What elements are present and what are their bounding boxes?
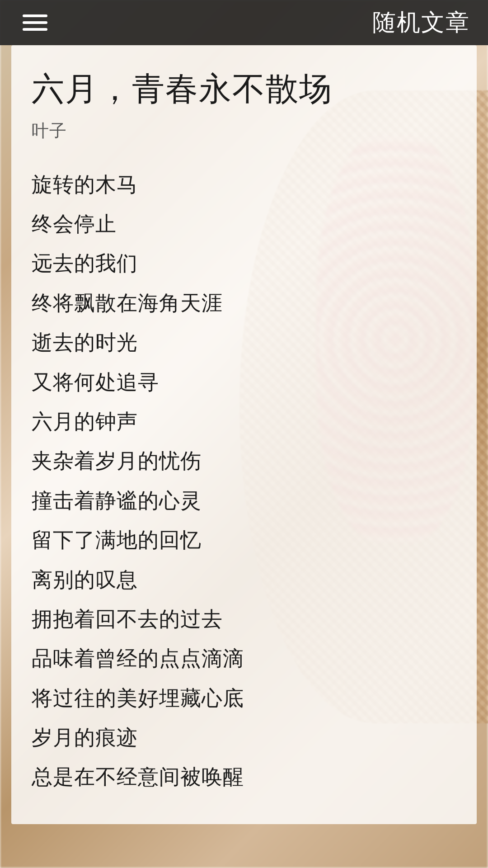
menu-line-2 (23, 21, 47, 24)
poem-line: 拥抱着回不去的过去 (32, 599, 456, 639)
poem-line: 六月的钟声 (32, 402, 456, 441)
poem-line: 总是在不经意间被唤醒 (32, 757, 456, 797)
article-title: 六月，青春永不散场 (32, 68, 456, 110)
poem-line: 品味着曾经的点点滴滴 (32, 639, 456, 678)
poem-line: 终将飘散在海角天涯 (32, 283, 456, 323)
poem-line: 终会停止 (32, 204, 456, 244)
navbar-title: 随机文章 (372, 7, 470, 38)
article-card: 六月，青春永不散场 叶子 旋转的木马终会停止远去的我们终将飘散在海角天涯逝去的时… (11, 45, 477, 824)
poem-line: 留下了满地的回忆 (32, 520, 456, 560)
menu-button[interactable] (18, 10, 52, 35)
article-author: 叶子 (32, 119, 456, 142)
poem-content: 旋转的木马终会停止远去的我们终将飘散在海角天涯逝去的时光又将何处追寻六月的钟声夹… (32, 165, 456, 797)
poem-line: 又将何处追寻 (32, 363, 456, 402)
poem-line: 逝去的时光 (32, 323, 456, 362)
poem-line: 离别的叹息 (32, 560, 456, 599)
poem-line: 夹杂着岁月的忧伤 (32, 441, 456, 481)
poem-line: 岁月的痕迹 (32, 718, 456, 757)
content-area: 六月，青春永不散场 叶子 旋转的木马终会停止远去的我们终将飘散在海角天涯逝去的时… (0, 45, 488, 868)
poem-line: 撞击着静谧的心灵 (32, 481, 456, 520)
poem-line: 将过往的美好埋藏心底 (32, 679, 456, 718)
navbar: 随机文章 (0, 0, 488, 45)
menu-line-3 (23, 28, 47, 31)
poem-line: 远去的我们 (32, 244, 456, 283)
poem-line: 旋转的木马 (32, 165, 456, 204)
menu-line-1 (23, 14, 47, 17)
